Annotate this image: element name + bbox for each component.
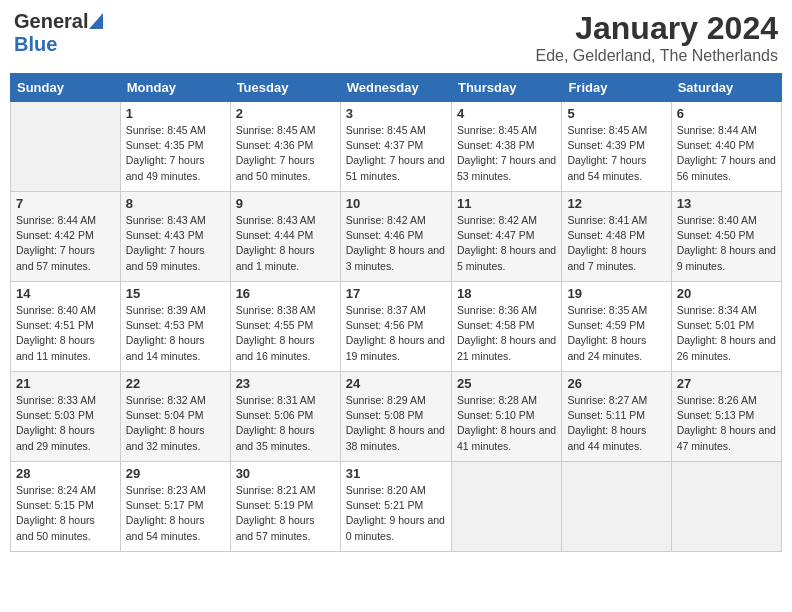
weekday-header-friday: Friday	[562, 74, 671, 102]
day-info: Sunrise: 8:45 AMSunset: 4:36 PMDaylight:…	[236, 123, 335, 184]
day-info: Sunrise: 8:34 AMSunset: 5:01 PMDaylight:…	[677, 303, 776, 364]
title-area: January 2024 Ede, Gelderland, The Nether…	[535, 10, 778, 65]
day-number: 9	[236, 196, 335, 211]
calendar-cell: 4Sunrise: 8:45 AMSunset: 4:38 PMDaylight…	[451, 102, 561, 192]
day-number: 26	[567, 376, 665, 391]
day-number: 5	[567, 106, 665, 121]
day-number: 11	[457, 196, 556, 211]
day-info: Sunrise: 8:20 AMSunset: 5:21 PMDaylight:…	[346, 483, 446, 544]
calendar-cell: 18Sunrise: 8:36 AMSunset: 4:58 PMDayligh…	[451, 282, 561, 372]
calendar-cell: 11Sunrise: 8:42 AMSunset: 4:47 PMDayligh…	[451, 192, 561, 282]
day-info: Sunrise: 8:42 AMSunset: 4:46 PMDaylight:…	[346, 213, 446, 274]
calendar-cell: 15Sunrise: 8:39 AMSunset: 4:53 PMDayligh…	[120, 282, 230, 372]
calendar-cell: 5Sunrise: 8:45 AMSunset: 4:39 PMDaylight…	[562, 102, 671, 192]
day-number: 21	[16, 376, 115, 391]
weekday-header-wednesday: Wednesday	[340, 74, 451, 102]
day-number: 27	[677, 376, 776, 391]
calendar-cell	[671, 462, 781, 552]
weekday-header-monday: Monday	[120, 74, 230, 102]
header: General Blue January 2024 Ede, Gelderlan…	[10, 10, 782, 65]
day-info: Sunrise: 8:37 AMSunset: 4:56 PMDaylight:…	[346, 303, 446, 364]
day-info: Sunrise: 8:42 AMSunset: 4:47 PMDaylight:…	[457, 213, 556, 274]
calendar-cell: 10Sunrise: 8:42 AMSunset: 4:46 PMDayligh…	[340, 192, 451, 282]
day-number: 30	[236, 466, 335, 481]
day-info: Sunrise: 8:36 AMSunset: 4:58 PMDaylight:…	[457, 303, 556, 364]
calendar-cell: 24Sunrise: 8:29 AMSunset: 5:08 PMDayligh…	[340, 372, 451, 462]
calendar-cell: 21Sunrise: 8:33 AMSunset: 5:03 PMDayligh…	[11, 372, 121, 462]
calendar-cell: 22Sunrise: 8:32 AMSunset: 5:04 PMDayligh…	[120, 372, 230, 462]
day-number: 10	[346, 196, 446, 211]
day-info: Sunrise: 8:44 AMSunset: 4:40 PMDaylight:…	[677, 123, 776, 184]
day-number: 12	[567, 196, 665, 211]
week-row-2: 7Sunrise: 8:44 AMSunset: 4:42 PMDaylight…	[11, 192, 782, 282]
calendar-cell: 26Sunrise: 8:27 AMSunset: 5:11 PMDayligh…	[562, 372, 671, 462]
day-number: 14	[16, 286, 115, 301]
calendar-cell: 17Sunrise: 8:37 AMSunset: 4:56 PMDayligh…	[340, 282, 451, 372]
calendar-table: SundayMondayTuesdayWednesdayThursdayFrid…	[10, 73, 782, 552]
calendar-cell: 1Sunrise: 8:45 AMSunset: 4:35 PMDaylight…	[120, 102, 230, 192]
day-info: Sunrise: 8:40 AMSunset: 4:50 PMDaylight:…	[677, 213, 776, 274]
calendar-cell: 20Sunrise: 8:34 AMSunset: 5:01 PMDayligh…	[671, 282, 781, 372]
day-info: Sunrise: 8:43 AMSunset: 4:43 PMDaylight:…	[126, 213, 225, 274]
day-number: 24	[346, 376, 446, 391]
day-number: 18	[457, 286, 556, 301]
day-info: Sunrise: 8:45 AMSunset: 4:39 PMDaylight:…	[567, 123, 665, 184]
day-info: Sunrise: 8:45 AMSunset: 4:38 PMDaylight:…	[457, 123, 556, 184]
day-info: Sunrise: 8:32 AMSunset: 5:04 PMDaylight:…	[126, 393, 225, 454]
day-number: 15	[126, 286, 225, 301]
day-number: 25	[457, 376, 556, 391]
day-number: 23	[236, 376, 335, 391]
day-number: 19	[567, 286, 665, 301]
calendar-cell: 13Sunrise: 8:40 AMSunset: 4:50 PMDayligh…	[671, 192, 781, 282]
location-title: Ede, Gelderland, The Netherlands	[535, 47, 778, 65]
day-info: Sunrise: 8:29 AMSunset: 5:08 PMDaylight:…	[346, 393, 446, 454]
calendar-cell: 23Sunrise: 8:31 AMSunset: 5:06 PMDayligh…	[230, 372, 340, 462]
day-number: 1	[126, 106, 225, 121]
calendar-cell	[451, 462, 561, 552]
logo: General Blue	[14, 10, 103, 56]
logo-triangle-icon	[89, 13, 103, 29]
calendar-cell: 29Sunrise: 8:23 AMSunset: 5:17 PMDayligh…	[120, 462, 230, 552]
calendar-cell: 31Sunrise: 8:20 AMSunset: 5:21 PMDayligh…	[340, 462, 451, 552]
week-row-5: 28Sunrise: 8:24 AMSunset: 5:15 PMDayligh…	[11, 462, 782, 552]
day-info: Sunrise: 8:39 AMSunset: 4:53 PMDaylight:…	[126, 303, 225, 364]
weekday-header-thursday: Thursday	[451, 74, 561, 102]
day-number: 13	[677, 196, 776, 211]
day-info: Sunrise: 8:27 AMSunset: 5:11 PMDaylight:…	[567, 393, 665, 454]
calendar-cell: 12Sunrise: 8:41 AMSunset: 4:48 PMDayligh…	[562, 192, 671, 282]
day-info: Sunrise: 8:43 AMSunset: 4:44 PMDaylight:…	[236, 213, 335, 274]
logo-blue-text: Blue	[14, 33, 57, 56]
day-number: 29	[126, 466, 225, 481]
calendar-cell: 9Sunrise: 8:43 AMSunset: 4:44 PMDaylight…	[230, 192, 340, 282]
day-info: Sunrise: 8:41 AMSunset: 4:48 PMDaylight:…	[567, 213, 665, 274]
day-info: Sunrise: 8:35 AMSunset: 4:59 PMDaylight:…	[567, 303, 665, 364]
week-row-4: 21Sunrise: 8:33 AMSunset: 5:03 PMDayligh…	[11, 372, 782, 462]
calendar-cell: 16Sunrise: 8:38 AMSunset: 4:55 PMDayligh…	[230, 282, 340, 372]
week-row-3: 14Sunrise: 8:40 AMSunset: 4:51 PMDayligh…	[11, 282, 782, 372]
calendar-cell: 27Sunrise: 8:26 AMSunset: 5:13 PMDayligh…	[671, 372, 781, 462]
calendar-cell: 3Sunrise: 8:45 AMSunset: 4:37 PMDaylight…	[340, 102, 451, 192]
day-info: Sunrise: 8:31 AMSunset: 5:06 PMDaylight:…	[236, 393, 335, 454]
calendar-cell: 28Sunrise: 8:24 AMSunset: 5:15 PMDayligh…	[11, 462, 121, 552]
day-number: 4	[457, 106, 556, 121]
day-info: Sunrise: 8:23 AMSunset: 5:17 PMDaylight:…	[126, 483, 225, 544]
day-number: 31	[346, 466, 446, 481]
week-row-1: 1Sunrise: 8:45 AMSunset: 4:35 PMDaylight…	[11, 102, 782, 192]
day-info: Sunrise: 8:45 AMSunset: 4:37 PMDaylight:…	[346, 123, 446, 184]
day-info: Sunrise: 8:44 AMSunset: 4:42 PMDaylight:…	[16, 213, 115, 274]
calendar-cell: 2Sunrise: 8:45 AMSunset: 4:36 PMDaylight…	[230, 102, 340, 192]
day-info: Sunrise: 8:40 AMSunset: 4:51 PMDaylight:…	[16, 303, 115, 364]
day-number: 6	[677, 106, 776, 121]
day-info: Sunrise: 8:28 AMSunset: 5:10 PMDaylight:…	[457, 393, 556, 454]
svg-marker-0	[89, 13, 103, 29]
day-number: 22	[126, 376, 225, 391]
weekday-header-row: SundayMondayTuesdayWednesdayThursdayFrid…	[11, 74, 782, 102]
day-info: Sunrise: 8:24 AMSunset: 5:15 PMDaylight:…	[16, 483, 115, 544]
day-info: Sunrise: 8:26 AMSunset: 5:13 PMDaylight:…	[677, 393, 776, 454]
calendar-cell: 30Sunrise: 8:21 AMSunset: 5:19 PMDayligh…	[230, 462, 340, 552]
calendar-cell	[11, 102, 121, 192]
calendar-cell	[562, 462, 671, 552]
day-number: 17	[346, 286, 446, 301]
weekday-header-sunday: Sunday	[11, 74, 121, 102]
day-info: Sunrise: 8:21 AMSunset: 5:19 PMDaylight:…	[236, 483, 335, 544]
